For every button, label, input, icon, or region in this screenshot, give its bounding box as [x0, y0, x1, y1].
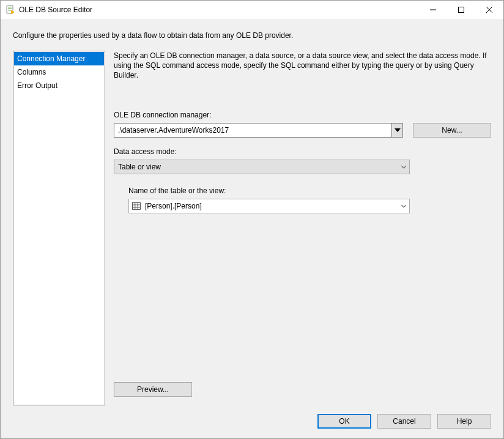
sidebar-item-columns[interactable]: Columns	[14, 65, 104, 79]
table-icon	[129, 202, 141, 210]
window-title: OLE DB Source Editor	[19, 6, 419, 14]
data-access-mode-value: Table or view	[114, 163, 398, 171]
dialog-window: OLE DB Source Editor Configure the prope…	[0, 0, 504, 439]
dialog-description: Configure the properties used by a data …	[1, 19, 503, 51]
close-button[interactable]	[475, 1, 503, 19]
sidebar: Connection Manager Columns Error Output	[13, 51, 105, 405]
client-area: Configure the properties used by a data …	[1, 19, 503, 438]
sidebar-item-error-output[interactable]: Error Output	[14, 79, 104, 92]
ok-button[interactable]: OK	[317, 414, 371, 429]
button-label: Help	[457, 417, 472, 426]
new-connection-button[interactable]: New...	[413, 123, 491, 138]
sidebar-item-label: Connection Manager	[17, 54, 85, 63]
connection-manager-value: .\dataserver.AdventureWorks2017	[114, 126, 391, 135]
dialog-button-bar: OK Cancel Help	[1, 405, 503, 438]
chevron-down-icon	[398, 205, 409, 208]
svg-rect-6	[459, 7, 464, 13]
svg-rect-3	[8, 10, 12, 10]
svg-marker-9	[395, 128, 401, 132]
button-label: Cancel	[393, 417, 415, 426]
minimize-button[interactable]	[419, 1, 447, 19]
window-controls	[419, 1, 503, 19]
connection-manager-combo[interactable]: .\dataserver.AdventureWorks2017	[114, 123, 403, 138]
titlebar: OLE DB Source Editor	[1, 1, 503, 19]
table-name-label: Name of the table or the view:	[128, 186, 491, 195]
button-label: OK	[339, 417, 349, 426]
panel-intro: Specify an OLE DB connection manager, a …	[114, 51, 491, 80]
app-icon	[6, 5, 15, 15]
preview-button[interactable]: Preview...	[114, 382, 192, 397]
button-label: New...	[442, 126, 462, 135]
data-access-mode-select[interactable]: Table or view	[114, 160, 410, 174]
maximize-button[interactable]	[447, 1, 475, 19]
main-area: Connection Manager Columns Error Output …	[1, 51, 503, 405]
svg-rect-2	[8, 9, 12, 9]
cancel-button[interactable]: Cancel	[377, 414, 431, 429]
table-name-combo[interactable]: [Person].[Person]	[128, 199, 410, 213]
svg-rect-1	[8, 7, 12, 7]
table-name-value: [Person].[Person]	[141, 202, 398, 210]
connection-manager-label: OLE DB connection manager:	[114, 111, 491, 119]
sidebar-item-label: Error Output	[17, 81, 57, 90]
sidebar-item-label: Columns	[17, 68, 46, 76]
svg-rect-10	[133, 203, 141, 210]
content-panel: Specify an OLE DB connection manager, a …	[114, 51, 491, 405]
help-button[interactable]: Help	[437, 414, 491, 429]
data-access-mode-label: Data access mode:	[114, 147, 491, 156]
chevron-down-icon[interactable]	[391, 124, 402, 137]
chevron-down-icon	[398, 166, 409, 169]
button-label: Preview...	[137, 385, 169, 394]
sidebar-item-connection-manager[interactable]: Connection Manager	[14, 52, 104, 65]
